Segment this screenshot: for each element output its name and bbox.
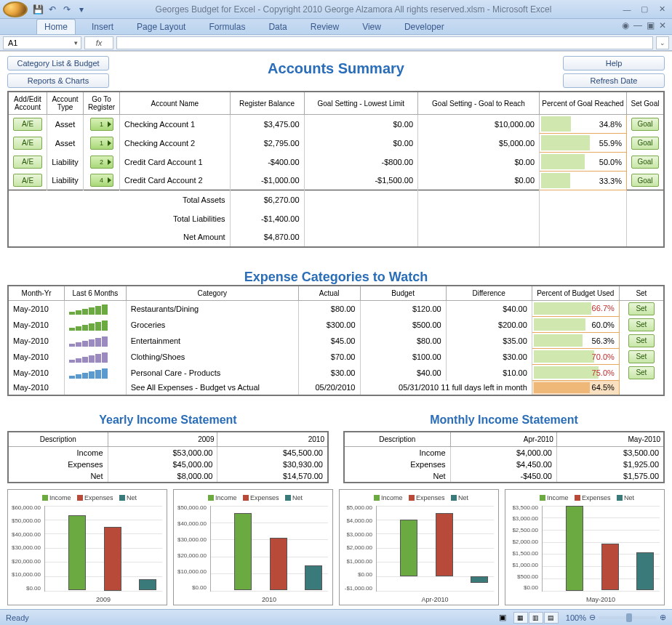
chart-legend: Income Expenses Net: [11, 494, 164, 501]
account-row: A/E Liability 4 Credit Card Account 2 -$…: [8, 172, 664, 190]
chart-bar: [139, 579, 156, 591]
x-axis-label: 2010: [210, 596, 328, 603]
chart-bar: [68, 515, 86, 590]
goto-register-button[interactable]: 2: [90, 156, 113, 169]
actual: $300.00: [298, 317, 360, 333]
close-doc-icon[interactable]: ✕: [659, 20, 666, 31]
difference: $200.00: [446, 317, 532, 333]
goto-register-button[interactable]: 4: [90, 174, 113, 187]
chart-bar: [234, 513, 252, 590]
income-row: Net$8,000.00$14,570.00: [8, 470, 328, 483]
zoom-slider[interactable]: [599, 616, 657, 619]
percent-goal: 50.0%: [540, 153, 627, 172]
maximize-icon[interactable]: ▢: [637, 4, 652, 15]
category-list-button[interactable]: Category List & Budget: [7, 56, 109, 70]
set-goal-button[interactable]: Goal: [631, 137, 659, 150]
normal-view-icon[interactable]: ▦: [513, 612, 528, 624]
tab-view[interactable]: View: [355, 20, 388, 34]
add-edit-button[interactable]: A/E: [13, 137, 42, 150]
inc-header: May-2010: [556, 432, 664, 447]
set-button[interactable]: Set: [628, 350, 655, 363]
zoom-out-icon[interactable]: ⊖: [589, 613, 596, 622]
page-break-view-icon[interactable]: ▤: [544, 612, 559, 624]
acct-header: Add/Edit Account: [8, 92, 47, 115]
chart-bar: [400, 520, 417, 576]
tab-data[interactable]: Data: [261, 20, 294, 34]
reports-charts-button[interactable]: Reports & Charts: [7, 73, 109, 88]
expand-formula-icon[interactable]: ⌄: [656, 36, 669, 49]
expenses-table: Month-YrLast 6 MonthsCategoryActualBudge…: [7, 285, 665, 396]
set-goal-button[interactable]: Goal: [631, 174, 659, 187]
sparkline: [69, 319, 121, 331]
expense-row: May-2010 Restaurants/Dining $80.00 $120.…: [8, 300, 664, 317]
set-goal-button[interactable]: Goal: [631, 156, 659, 169]
chart-bar: [471, 576, 488, 583]
percent-budget: 75.0%: [532, 365, 619, 381]
total-value: -$1,400.00: [230, 209, 304, 228]
percent-budget: 56.3%: [532, 333, 619, 349]
undo-icon[interactable]: ↶: [47, 4, 58, 15]
accounts-summary-title: Accounts Summary: [109, 56, 563, 77]
goto-register-button[interactable]: 1: [90, 118, 113, 131]
restore-window-icon[interactable]: ▣: [647, 20, 655, 31]
goto-register-button[interactable]: 1: [90, 137, 113, 150]
set-button[interactable]: Set: [628, 366, 655, 379]
tab-formulas[interactable]: Formulas: [201, 20, 252, 34]
help-icon[interactable]: ◉: [622, 20, 629, 31]
goal-reach: $10,000.00: [418, 115, 540, 134]
expense-category: Clothing/Shoes: [126, 349, 298, 365]
y-axis-labels: $60,000.00$50,000.00$40,000.00$30,000.00…: [8, 504, 43, 592]
refresh-date-button[interactable]: Refresh Date: [563, 73, 665, 88]
actual: $70.00: [298, 349, 360, 365]
worksheet-area[interactable]: Category List & Budget Reports & Charts …: [0, 51, 672, 609]
name-box[interactable]: A1: [3, 36, 81, 49]
minimize-ribbon-icon[interactable]: —: [633, 20, 642, 31]
add-edit-button[interactable]: A/E: [13, 118, 42, 131]
lowest-limit: -$800.00: [304, 153, 417, 172]
save-icon[interactable]: 💾: [32, 4, 44, 15]
charts-row: Income Expenses Net$60,000.00$50,000.00$…: [7, 489, 665, 605]
y-axis-labels: $5,000.00$4,000.00$3,000.00$2,000.00$1,0…: [340, 504, 375, 592]
actual: $80.00: [298, 300, 360, 317]
acct-header: Goal Setting - Goal to Reach: [418, 92, 540, 115]
office-button[interactable]: [3, 1, 28, 17]
page-layout-view-icon[interactable]: ▥: [529, 612, 543, 624]
expense-category: Groceries: [126, 317, 298, 333]
inc-header: Description: [344, 432, 450, 447]
set-button[interactable]: Set: [628, 334, 655, 347]
income-row: Expenses$4,450.00$1,925.00: [344, 459, 664, 470]
set-goal-button[interactable]: Goal: [631, 118, 659, 131]
register-balance: $3,475.00: [230, 115, 304, 134]
monthly-income-title: Monthly Income Statement: [343, 414, 665, 427]
tab-home[interactable]: Home: [36, 19, 76, 34]
percent-goal: 55.9%: [540, 134, 627, 153]
help-button[interactable]: Help: [563, 56, 665, 70]
tab-developer[interactable]: Developer: [397, 20, 452, 34]
qat-dropdown-icon[interactable]: ▾: [76, 4, 87, 15]
goal-reach: $0.00: [418, 153, 540, 172]
add-edit-button[interactable]: A/E: [13, 174, 42, 187]
fx-button[interactable]: fx: [84, 36, 113, 49]
month-yr: May-2010: [8, 317, 65, 333]
income-row: Income$53,000.00$45,500.00: [8, 446, 328, 459]
monthly-income-table: DescriptionApr-2010May-2010Income$4,000.…: [343, 431, 665, 483]
tab-insert[interactable]: Insert: [84, 20, 121, 34]
inc-header: Apr-2010: [450, 432, 556, 447]
tab-review[interactable]: Review: [303, 20, 346, 34]
minimize-icon[interactable]: —: [620, 4, 634, 15]
exp-header: Difference: [446, 286, 532, 301]
set-button[interactable]: Set: [628, 302, 655, 315]
set-button[interactable]: Set: [628, 318, 655, 331]
lowest-limit: -$1,500.00: [304, 172, 417, 190]
close-icon[interactable]: ✕: [655, 4, 669, 15]
lowest-limit: $0.00: [304, 115, 417, 134]
macro-record-icon[interactable]: ▣: [499, 613, 506, 622]
inc-header: 2009: [108, 432, 217, 447]
formula-input[interactable]: [116, 36, 653, 49]
month-yr: May-2010: [8, 300, 65, 317]
zoom-in-icon[interactable]: ⊕: [660, 613, 666, 622]
redo-icon[interactable]: ↷: [61, 4, 73, 15]
exp-header: Category: [126, 286, 298, 301]
tab-page-layout[interactable]: Page Layout: [129, 20, 193, 34]
add-edit-button[interactable]: A/E: [13, 156, 42, 169]
